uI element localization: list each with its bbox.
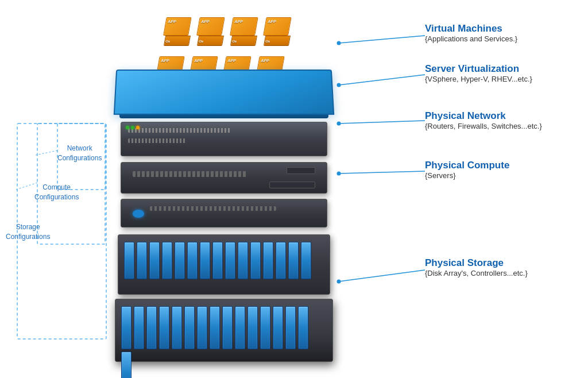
rack-storage-2: [115, 299, 333, 362]
drive-slots-1: [124, 242, 314, 279]
network-config-text: NetworkConfigurations: [57, 144, 102, 162]
ps-title: Physical Storage: [425, 257, 528, 269]
vm-app-label: APP: [227, 59, 237, 63]
svg-line-13: [36, 151, 57, 155]
pc-subtitle: {Servers}: [425, 171, 509, 180]
vm-box-top: [163, 17, 192, 36]
label-server-virt: Server Virtualization {VSphere, Hyper-V,…: [425, 63, 532, 83]
pc-title: Physical Compute: [425, 160, 509, 171]
ps-subtitle: {Disk Array's, Controllers...etc.}: [425, 269, 528, 277]
vm-app-label: APP: [168, 20, 177, 24]
label-compute-config: ComputeConfigurations: [34, 183, 79, 202]
label-storage-config: StorageConfigurations: [6, 222, 50, 242]
vm-box-top: [196, 17, 225, 36]
label-physical-compute: Physical Compute {Servers}: [425, 160, 509, 180]
label-physical-network: Physical Network {Routers, Firewalls, Sw…: [425, 110, 542, 130]
vm-os-label: Os: [265, 40, 270, 43]
virtualization-layer: [114, 70, 334, 115]
pn-title: Physical Network: [425, 110, 542, 122]
vm-app-label: APP: [261, 59, 270, 63]
vm-box: APP Os: [228, 17, 262, 46]
rack-compute-1: [121, 162, 327, 194]
vm-app-label: APP: [161, 59, 170, 63]
storage-config-text: StorageConfigurations: [6, 223, 50, 241]
vm-box-top: [230, 17, 258, 36]
stack-area: APP Os APP Os APP Os: [115, 11, 368, 368]
vm-box-top: [263, 17, 292, 36]
vm-os-label: Os: [165, 40, 171, 43]
vm-app-label: APP: [234, 20, 243, 24]
vm-app-label: APP: [268, 20, 277, 24]
rack-network: [121, 122, 327, 156]
rack-storage-1: [118, 234, 330, 295]
vm-os-label: Os: [199, 40, 204, 43]
compute-config-text: ComputeConfigurations: [34, 183, 79, 201]
label-virtual-machines: Virtual Machines {Applications and Servi…: [425, 23, 517, 43]
drive-slots-2: [121, 306, 311, 378]
diagram-container: APP Os APP Os APP Os: [0, 0, 588, 378]
sv-subtitle: {VSphere, Hyper-V, RHEV...etc.}: [425, 75, 532, 83]
sv-title: Server Virtualization: [425, 63, 532, 75]
vm-app-label: APP: [201, 20, 210, 24]
label-physical-storage: Physical Storage {Disk Array's, Controll…: [425, 257, 528, 277]
vm-title: Virtual Machines: [425, 23, 517, 34]
vm-box: APP Os: [161, 17, 195, 46]
pn-subtitle: {Routers, Firewalls, Switches...etc.}: [425, 122, 542, 130]
vm-subtitle: {Applications and Services.}: [425, 34, 517, 43]
vm-os-label: Os: [232, 40, 237, 43]
rack-compute-2: [121, 199, 327, 227]
vm-box: APP Os: [261, 17, 295, 46]
label-network-config: NetworkConfigurations: [57, 144, 102, 163]
vm-box: APP Os: [195, 17, 229, 46]
vm-app-label: APP: [194, 59, 203, 63]
